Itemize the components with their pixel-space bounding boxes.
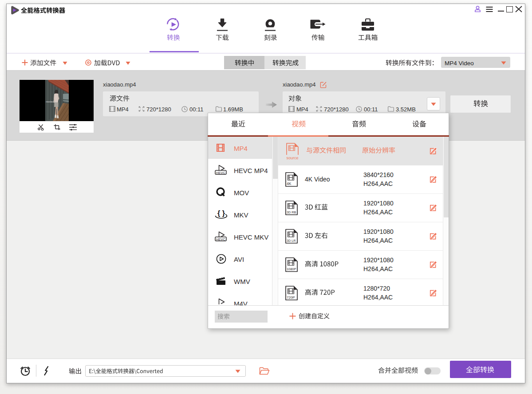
svg-text:720P: 720P <box>287 296 295 299</box>
svg-text:3D LR: 3D LR <box>287 239 296 243</box>
svg-text:4K: 4K <box>287 181 292 186</box>
svg-text:xiaodao216: xiaodao216 <box>46 101 57 103</box>
svg-text:{ }: { } <box>217 209 225 217</box>
svg-text:1080P: 1080P <box>287 267 296 271</box>
svg-text:HEVC: HEVC <box>216 237 225 241</box>
svg-text:3D RB: 3D RB <box>287 210 296 214</box>
svg-text:HEVC: HEVC <box>216 171 225 175</box>
svg-text:source: source <box>286 156 298 160</box>
